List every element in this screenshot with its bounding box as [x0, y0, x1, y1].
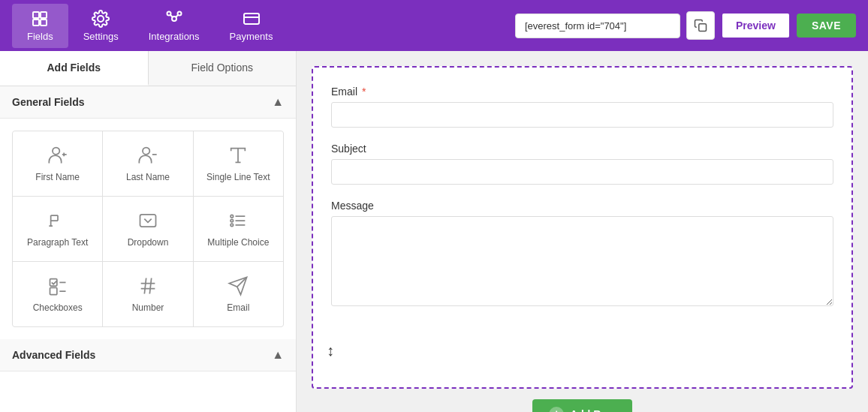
svg-line-37: [144, 278, 146, 294]
fields-icon: [31, 10, 49, 28]
top-navigation: Fields Settings Integrations Payments [e…: [0, 0, 868, 51]
multiple-choice-icon: [228, 210, 249, 231]
single-line-text-icon: [228, 145, 249, 166]
copy-icon: [694, 19, 707, 32]
shortcode-display: [everest_form id="704"]: [515, 14, 680, 38]
svg-line-7: [170, 15, 173, 17]
main-layout: Add Fields Field Options General Fields …: [0, 51, 868, 412]
svg-point-5: [167, 11, 170, 15]
nav-item-payments[interactable]: Payments: [215, 4, 288, 48]
svg-rect-33: [50, 287, 56, 294]
form-field-message: Message: [331, 200, 833, 309]
save-button[interactable]: SAVE: [797, 14, 856, 38]
field-dropdown[interactable]: Dropdown: [103, 197, 192, 261]
tab-field-options[interactable]: Field Options: [149, 51, 297, 86]
svg-point-27: [231, 219, 234, 222]
sidebar: Add Fields Field Options General Fields …: [0, 51, 297, 412]
field-multiple-choice[interactable]: Multiple Choice: [194, 197, 283, 261]
svg-point-12: [53, 148, 59, 155]
svg-point-29: [231, 224, 234, 227]
field-single-line-text[interactable]: Single Line Text: [194, 131, 283, 196]
advanced-fields-section-header[interactable]: Advanced Fields ▲: [0, 339, 296, 371]
field-last-name[interactable]: Last Name: [103, 131, 192, 196]
message-label: Message: [331, 200, 833, 212]
dropdown-icon: [137, 210, 158, 231]
svg-rect-2: [33, 20, 39, 26]
general-fields-section-header[interactable]: General Fields ▲: [0, 86, 296, 119]
message-textarea[interactable]: [331, 216, 833, 306]
checkboxes-icon: [47, 275, 68, 296]
svg-rect-1: [41, 12, 47, 18]
field-checkboxes[interactable]: Checkboxes: [13, 262, 102, 326]
general-fields-grid: First Name Last Name Single Line Text: [12, 131, 284, 327]
svg-rect-9: [244, 14, 259, 24]
email-required-indicator: *: [359, 86, 366, 98]
svg-point-15: [143, 148, 149, 155]
svg-point-25: [231, 215, 234, 218]
sidebar-tabs: Add Fields Field Options: [0, 51, 296, 86]
svg-rect-11: [699, 24, 707, 32]
subject-input[interactable]: [331, 159, 833, 185]
subject-label: Subject: [331, 143, 833, 155]
add-row-button[interactable]: + Add Row: [532, 399, 632, 412]
integrations-icon: [165, 10, 183, 28]
add-row-area: + Add Row: [312, 389, 853, 412]
email-label: Email *: [331, 86, 833, 98]
tab-add-fields[interactable]: Add Fields: [0, 51, 149, 86]
svg-rect-3: [41, 20, 47, 26]
nav-item-fields[interactable]: Fields: [12, 4, 68, 48]
form-canvas: Email * Subject Message ↕: [297, 51, 868, 412]
add-row-plus-icon: +: [549, 407, 564, 412]
settings-icon: [92, 10, 110, 28]
svg-point-6: [177, 11, 181, 15]
last-name-icon: [137, 145, 158, 166]
advanced-fields-collapse-arrow: ▲: [272, 348, 284, 362]
field-first-name[interactable]: First Name: [13, 131, 102, 196]
field-email[interactable]: Email: [194, 262, 283, 326]
email-input[interactable]: [331, 102, 833, 128]
payments-icon: [243, 10, 261, 28]
general-fields-collapse-arrow: ▲: [272, 95, 284, 109]
svg-line-8: [176, 15, 178, 17]
form-field-subject: Subject: [331, 143, 833, 185]
number-icon: [137, 275, 158, 296]
field-paragraph-text[interactable]: Paragraph Text: [13, 197, 102, 261]
email-icon: [228, 275, 249, 296]
preview-button[interactable]: Preview: [721, 12, 791, 39]
svg-line-38: [149, 278, 151, 294]
first-name-icon: [47, 145, 68, 166]
copy-shortcode-button[interactable]: [686, 11, 715, 40]
paragraph-text-icon: [47, 210, 68, 231]
svg-rect-24: [140, 215, 155, 227]
form-area: Email * Subject Message: [312, 66, 853, 389]
field-number[interactable]: Number: [103, 262, 192, 326]
svg-rect-0: [33, 12, 39, 18]
form-field-email: Email *: [331, 86, 833, 128]
nav-item-integrations[interactable]: Integrations: [134, 4, 215, 48]
nav-item-settings[interactable]: Settings: [68, 4, 134, 48]
